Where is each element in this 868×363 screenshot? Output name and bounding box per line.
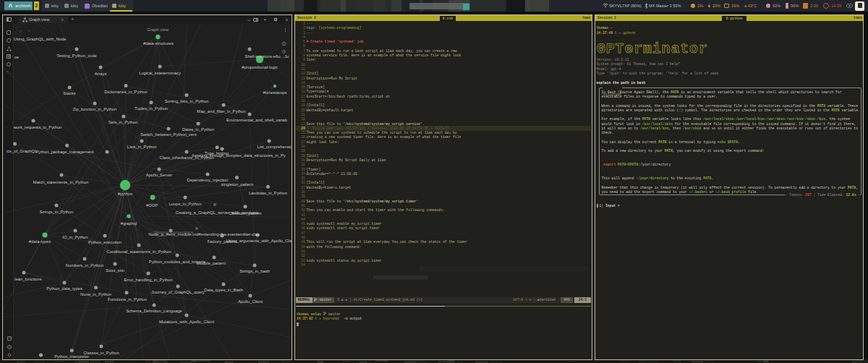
svg-text:Observer_pattern: Observer_pattern (229, 211, 261, 215)
svg-text:Functions_in_Python: Functions_in_Python (108, 297, 147, 302)
svg-text:Strings_in_Python: Strings_in_Python (39, 210, 73, 214)
svg-text:Mutations_with_Apollo_Client: Mutations_with_Apollo_Client (159, 320, 214, 324)
svg-text:Error_handling_in_Python: Error_handling_in_Python (124, 278, 172, 282)
svg-text:#graphql: #graphql (121, 221, 137, 226)
svg-text:Sorting_lists_in_Python: Sorting_lists_in_Python (165, 99, 209, 103)
svg-text:work_requests_in_Python: work_requests_in_Python (13, 125, 62, 129)
svg-text:#timestamps: #timestamps (263, 90, 287, 95)
svg-text:Python_data_types: Python_data_types (46, 286, 82, 291)
svg-text:Shell-sessions-e6u…Jo: Shell-sessions-e6u…Jo (245, 54, 289, 59)
svg-text:Strings_in_bash: Strings_in_bash (239, 269, 270, 273)
svg-text:Testing_Python_code: Testing_Python_code (56, 54, 96, 58)
svg-text:#python: #python (118, 192, 133, 196)
svg-text:Data_types_in_Bash: Data_types_in_Bash (204, 288, 243, 292)
svg-text:Node_js_#env_module.md#extendi: Node_js_#env_module.md#extending-the-eve… (148, 232, 259, 236)
svg-text:Zip_function_in_Python: Zip_function_in_Python (73, 107, 117, 111)
svg-text:List_comprehensio: List_comprehensio (258, 145, 292, 149)
svg-text:Match_statements_in_Python: Match_statements_in_Python (33, 180, 88, 184)
svg-text:singleton_pattern: singleton_pattern (221, 182, 253, 187)
svg-text:Stacks: Stacks (63, 91, 75, 95)
svg-text:Using_arguments_with_Apollo_Cl: Using_arguments_with_Apollo_Clien (226, 239, 292, 243)
svg-text:Stout_stin: Stout_stin (106, 268, 124, 273)
svg-text:#data-types: #data-types (29, 239, 51, 244)
svg-text:None_in_Python: None_in_Python (80, 292, 111, 296)
svg-text:Tuples_in_Python: Tuples_in_Python (135, 106, 168, 111)
svg-text:Logical_indeterminacy: Logical_indeterminacy (139, 71, 181, 75)
svg-text:Journey_of_GraphQL_query: Journey_of_GraphQL_query (151, 290, 205, 294)
svg-text:Apollo_Client: Apollo_Client (238, 299, 263, 304)
svg-text:Sets_in_Python: Sets_in_Python (109, 120, 138, 124)
svg-text:Schema_Definition_Language: Schema_Definition_Language (126, 309, 182, 313)
svg-text:IO_in_Python: IO_in_Python (62, 235, 88, 239)
svg-text:Map_and_filter_in_Python: Map_and_filter_in_Python (197, 109, 245, 114)
svg-text:Module_pattern: Module_pattern (197, 261, 226, 265)
svg-text:Lists_in_Python: Lists_in_Python (127, 145, 157, 149)
svg-text:Python_execution: Python_execution (88, 240, 122, 244)
svg-text:Arrays: Arrays (95, 72, 107, 76)
svg-text:Environmental_and_shell_variab: Environmental_and_shell_variab (226, 118, 287, 122)
svg-text:Using_GraphQL_with_Node: Using_GraphQL_with_Node (14, 37, 67, 41)
svg-text:#propositional-logic: #propositional-logic (242, 65, 278, 69)
svg-text:Loops_in_Python: Loops_in_Python (169, 202, 202, 206)
svg-text:ics_of_GraphQL: ics_of_GraphQL (7, 149, 38, 153)
svg-text:Python_package_management: Python_package_management (35, 150, 94, 154)
svg-text:Dictionaries_in_Python: Dictionaries_in_Python (104, 90, 147, 94)
svg-text:Numbers_in_Python: Numbers_in_Python (66, 263, 104, 268)
svg-text:Dates_in_Python: Dates_in_Python (182, 127, 214, 132)
svg-text:Apollo_Server: Apollo_Server (146, 173, 172, 177)
svg-text:Lambdas_in_Python: Lambdas_in_Python (249, 191, 287, 195)
svg-text:Switch_between_Python_vers: Switch_between_Python_vers (140, 132, 197, 137)
svg-text:#data-structures: #data-structures (143, 41, 174, 46)
svg-text:Conditional_statements_in_Pyth: Conditional_statements_in_Python (106, 249, 171, 254)
svg-text:lean_functions: lean_functions (14, 277, 41, 281)
svg-text:#OOP: #OOP (146, 203, 158, 208)
svg-text:ce: ce (14, 55, 19, 59)
svg-text:Python_interpreter: Python_interpreter (54, 354, 89, 359)
svg-text:Class_inheritance_in_Python: Class_inheritance_in_Python (159, 155, 213, 160)
